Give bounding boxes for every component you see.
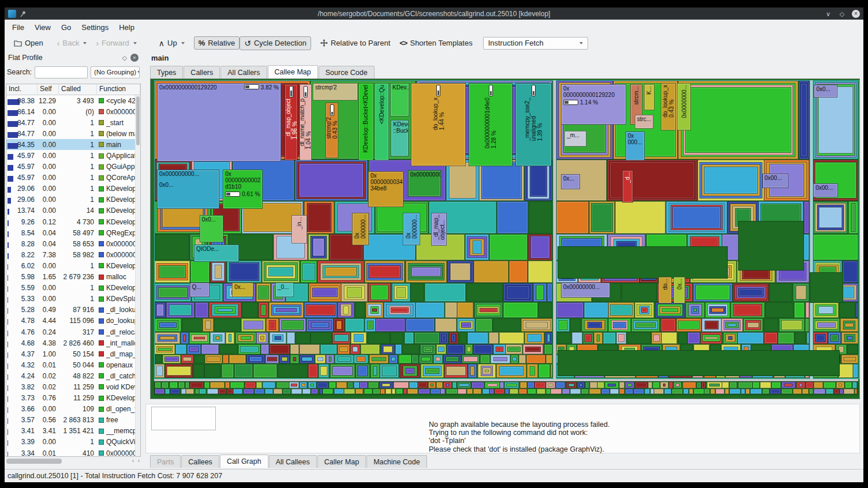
treemap-cell[interactable] bbox=[269, 302, 304, 318]
treemap-cell[interactable] bbox=[353, 347, 358, 352]
treemap-cell[interactable] bbox=[261, 344, 269, 354]
treemap-cell[interactable] bbox=[536, 285, 544, 300]
treemap-cell[interactable] bbox=[734, 304, 762, 316]
treemap-cell[interactable] bbox=[293, 357, 296, 361]
treemap-cell[interactable] bbox=[203, 318, 214, 332]
treemap-cell[interactable] bbox=[226, 332, 234, 344]
treemap-cell[interactable] bbox=[581, 389, 589, 394]
treemap-block[interactable]: 0x0... bbox=[200, 215, 224, 242]
treemap-cell[interactable] bbox=[313, 238, 324, 256]
treemap-cell[interactable] bbox=[304, 201, 334, 234]
treemap-block[interactable]: K... bbox=[644, 84, 654, 110]
treemap-cell[interactable] bbox=[814, 382, 823, 388]
table-row[interactable]: 84.770.001_start bbox=[6, 117, 140, 128]
treemap-cell[interactable] bbox=[848, 201, 858, 234]
treemap-cell[interactable] bbox=[510, 389, 518, 394]
tab-source-code[interactable]: Source Code bbox=[319, 66, 375, 78]
treemap-cell[interactable] bbox=[519, 355, 526, 363]
treemap-cell[interactable] bbox=[708, 304, 728, 316]
treemap-block[interactable]: _m... bbox=[564, 131, 586, 147]
treemap-cell[interactable] bbox=[312, 288, 338, 297]
treemap-cell[interactable] bbox=[155, 332, 180, 344]
treemap-cell[interactable] bbox=[607, 160, 697, 201]
treemap-cell[interactable] bbox=[310, 236, 327, 258]
treemap-cell[interactable] bbox=[452, 382, 457, 388]
treemap-cell[interactable] bbox=[672, 389, 683, 394]
up-button[interactable]: ∧ Up bbox=[154, 36, 189, 50]
treemap-block[interactable]: do... bbox=[659, 277, 671, 303]
treemap-cell[interactable] bbox=[489, 332, 499, 344]
treemap-cell[interactable] bbox=[411, 355, 418, 363]
treemap-cell[interactable] bbox=[299, 163, 364, 197]
treemap-cell[interactable] bbox=[302, 263, 315, 280]
treemap-cell[interactable] bbox=[391, 357, 395, 361]
treemap-cell[interactable] bbox=[229, 334, 231, 342]
treemap-cell[interactable] bbox=[847, 336, 852, 340]
treemap-cell[interactable] bbox=[373, 366, 377, 376]
treemap-cell[interactable] bbox=[306, 318, 334, 332]
treemap-cell[interactable] bbox=[793, 283, 809, 302]
treemap-cell[interactable] bbox=[772, 382, 781, 388]
treemap-cell[interactable] bbox=[485, 370, 489, 372]
treemap-cell[interactable] bbox=[672, 207, 721, 228]
treemap-cell[interactable] bbox=[440, 332, 448, 344]
treemap-cell[interactable] bbox=[383, 346, 392, 352]
treemap-cell[interactable] bbox=[332, 332, 350, 344]
treemap-cell[interactable] bbox=[156, 304, 164, 316]
treemap-cell[interactable] bbox=[276, 382, 289, 388]
treemap-cell[interactable] bbox=[212, 262, 225, 281]
treemap-cell[interactable] bbox=[799, 384, 802, 386]
treemap-cell[interactable] bbox=[855, 389, 857, 394]
treemap-cell[interactable] bbox=[521, 318, 552, 332]
table-row[interactable]: 5.280.4987 916_dl_lookup_ bbox=[6, 305, 140, 316]
table-row[interactable]: 29.060.001KDevelop:: bbox=[6, 194, 140, 205]
treemap-cell[interactable] bbox=[204, 382, 209, 388]
treemap-cell[interactable] bbox=[227, 261, 261, 283]
treemap-cell[interactable] bbox=[155, 302, 166, 318]
treemap-cell[interactable] bbox=[351, 332, 366, 344]
treemap-cell[interactable] bbox=[358, 366, 368, 376]
table-row[interactable]: 5.330.001KDevSplash bbox=[6, 294, 140, 305]
treemap-cell[interactable] bbox=[158, 348, 171, 351]
treemap-cell[interactable] bbox=[245, 382, 256, 388]
treemap-cell[interactable] bbox=[392, 389, 395, 394]
treemap-cell[interactable] bbox=[676, 384, 679, 386]
treemap-cell[interactable] bbox=[367, 321, 373, 329]
treemap-cell[interactable] bbox=[481, 366, 493, 376]
treemap-cell[interactable] bbox=[310, 384, 314, 386]
tab-machine-code[interactable]: Machine Code bbox=[366, 455, 427, 468]
float-icon[interactable]: ◇ bbox=[122, 54, 127, 62]
table-row[interactable]: 8.227.3858 9820x00000000 bbox=[6, 249, 140, 260]
treemap-cell[interactable] bbox=[163, 355, 181, 363]
treemap-cell[interactable] bbox=[683, 85, 793, 155]
treemap-cell[interactable] bbox=[306, 305, 335, 316]
treemap-cell[interactable] bbox=[431, 384, 433, 386]
treemap-cell[interactable] bbox=[335, 355, 354, 363]
treemap-cell[interactable] bbox=[613, 322, 626, 328]
treemap-cell[interactable] bbox=[583, 332, 593, 344]
treemap-block[interactable]: KDev... bbox=[390, 83, 409, 117]
treemap-cell[interactable] bbox=[379, 382, 393, 388]
treemap-cell[interactable] bbox=[813, 302, 839, 318]
treemap-cell[interactable] bbox=[457, 318, 475, 332]
treemap-cell[interactable] bbox=[218, 389, 226, 394]
treemap-cell[interactable] bbox=[507, 347, 521, 352]
treemap-cell[interactable] bbox=[476, 304, 501, 316]
treemap-cell[interactable] bbox=[635, 322, 656, 328]
treemap-cell[interactable] bbox=[356, 389, 363, 394]
treemap-cell[interactable] bbox=[366, 263, 403, 280]
forward-button[interactable]: › Forward bbox=[91, 36, 141, 50]
treemap-cell[interactable] bbox=[190, 261, 209, 283]
treemap-cell[interactable] bbox=[339, 347, 348, 352]
treemap-cell[interactable] bbox=[724, 320, 740, 330]
treemap-cell[interactable] bbox=[707, 382, 722, 388]
table-row[interactable]: 3.390.001QQuickVie bbox=[6, 437, 140, 448]
treemap-cell[interactable] bbox=[423, 366, 442, 376]
treemap-block[interactable]: _dl_map_ object... bbox=[431, 213, 447, 246]
treemap-cell[interactable] bbox=[167, 366, 191, 376]
treemap-cell[interactable] bbox=[527, 382, 534, 388]
treemap-cell[interactable] bbox=[158, 287, 188, 298]
treemap-cell[interactable] bbox=[158, 335, 177, 341]
treemap-cell[interactable] bbox=[480, 355, 490, 363]
treemap-block[interactable]: 0x000000000...0x0... bbox=[157, 170, 219, 209]
